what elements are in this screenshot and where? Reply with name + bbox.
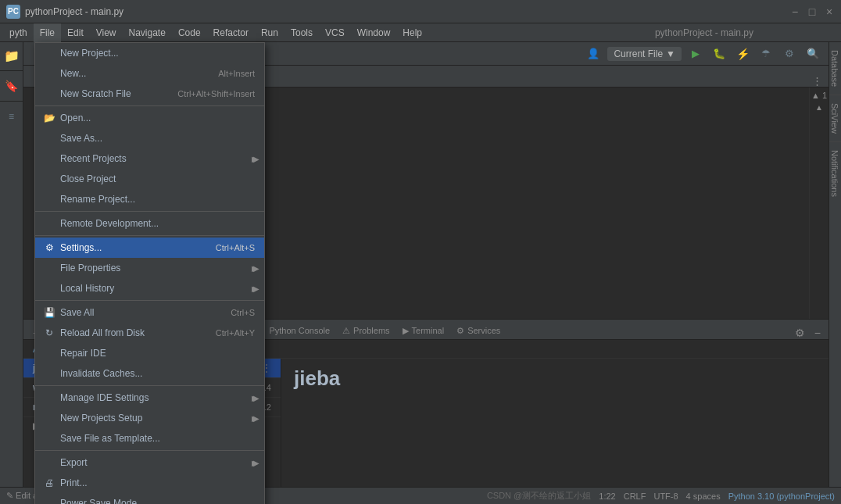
python-version[interactable]: Python 3.10 (pythonProject) bbox=[728, 491, 835, 501]
scratch-shortcut: Ctrl+Alt+Shift+Insert bbox=[177, 89, 255, 98]
menu-help[interactable]: Help bbox=[396, 23, 428, 42]
invalidate-label: Invalidate Caches... bbox=[60, 368, 255, 379]
menu-entry-new-projects-setup[interactable]: New Projects Setup ▶ bbox=[35, 408, 264, 428]
divider-6 bbox=[35, 450, 264, 451]
menu-entry-remote-dev[interactable]: Remote Development... bbox=[35, 213, 264, 234]
save-all-label: Save All bbox=[60, 307, 231, 318]
scroll-up-icon[interactable]: ▲ bbox=[815, 103, 823, 112]
terminal-icon: ▶ bbox=[403, 326, 409, 336]
menu-entry-invalidate[interactable]: Invalidate Caches... bbox=[35, 363, 264, 384]
tab-services[interactable]: ⚙ Services bbox=[450, 322, 506, 339]
settings-shortcut: Ctrl+Alt+S bbox=[216, 243, 255, 252]
menu-entry-new-project[interactable]: New Project... bbox=[35, 43, 264, 63]
python-console-label: Python Console bbox=[269, 326, 330, 335]
terminal-label: Terminal bbox=[412, 326, 445, 335]
status-right: CSDN @测不绘的返工小姐 1:22 CRLF UTF-8 4 spaces … bbox=[487, 490, 835, 502]
menu-entry-power-save[interactable]: Power Save Mode bbox=[35, 493, 264, 504]
window-title: pythonProject - main.py bbox=[25, 6, 123, 17]
current-file-label: Current File bbox=[614, 48, 663, 59]
manage-ide-label: Manage IDE Settings bbox=[60, 392, 249, 403]
menu-entry-open[interactable]: 📂 Open... bbox=[35, 108, 264, 128]
menu-refactor[interactable]: Refactor bbox=[207, 23, 255, 42]
tab-problems[interactable]: ⚠ Problems bbox=[336, 322, 395, 339]
save-template-label: Save File as Template... bbox=[60, 433, 255, 444]
save-all-icon: 💾 bbox=[41, 307, 57, 318]
file-menu-dropdown: New Project... New... Alt+Insert New Scr… bbox=[34, 42, 265, 504]
menu-pyth[interactable]: pyth bbox=[3, 23, 34, 42]
menu-entry-reload[interactable]: ↻ Reload All from Disk Ctrl+Alt+Y bbox=[35, 323, 264, 343]
new-scratch-label: New Scratch File bbox=[60, 88, 177, 99]
maximize-button[interactable]: □ bbox=[807, 6, 818, 17]
settings-icon: ⚙ bbox=[41, 242, 57, 253]
recent-projects-label: Recent Projects bbox=[60, 153, 249, 164]
reload-shortcut: Ctrl+Alt+Y bbox=[216, 328, 255, 338]
menu-entry-close-project[interactable]: Close Project bbox=[35, 169, 264, 189]
save-all-shortcut: Ctrl+S bbox=[231, 308, 255, 317]
close-button[interactable]: × bbox=[824, 6, 835, 17]
bottom-settings-icon[interactable]: ⚙ bbox=[790, 327, 810, 339]
right-sidebar: Database SciView Notifications bbox=[828, 42, 841, 487]
structure-icon[interactable]: ≡ bbox=[2, 106, 22, 127]
menu-entry-manage-ide[interactable]: Manage IDE Settings ▶ bbox=[35, 388, 264, 408]
right-label-sciview[interactable]: SciView bbox=[829, 95, 841, 142]
menu-window[interactable]: Window bbox=[351, 23, 397, 42]
selected-package-name: jieba bbox=[294, 366, 816, 391]
menu-run[interactable]: Run bbox=[255, 23, 285, 42]
settings-label: Settings... bbox=[60, 242, 216, 253]
menu-entry-settings[interactable]: ⚙ Settings... Ctrl+Alt+S bbox=[35, 238, 264, 258]
right-label-database[interactable]: Database bbox=[829, 42, 841, 95]
tab-terminal[interactable]: ▶ Terminal bbox=[396, 322, 451, 339]
settings-toolbar-icon[interactable]: ⚙ bbox=[780, 45, 799, 63]
menu-entry-new[interactable]: New... Alt+Insert bbox=[35, 63, 264, 84]
app-icon: PC bbox=[6, 5, 20, 19]
menu-entry-file-properties[interactable]: File Properties ▶ bbox=[35, 258, 264, 278]
remote-dev-label: Remote Development... bbox=[60, 218, 255, 229]
editor-menu-icon[interactable]: ⋮ bbox=[806, 75, 828, 87]
avatar-icon[interactable]: 👤 bbox=[584, 45, 603, 63]
debug-button[interactable]: 🐛 bbox=[710, 45, 728, 63]
services-label: Services bbox=[467, 326, 500, 335]
menu-entry-recent-projects[interactable]: Recent Projects ▶ bbox=[35, 148, 264, 169]
bottom-minimize-icon[interactable]: − bbox=[810, 327, 825, 339]
menu-file[interactable]: File bbox=[34, 23, 61, 42]
bookmarks-icon[interactable]: 🔖 bbox=[2, 76, 22, 96]
menu-entry-repair-ide[interactable]: Repair IDE bbox=[35, 343, 264, 363]
indent-size[interactable]: 4 spaces bbox=[686, 491, 721, 501]
file-encoding[interactable]: UTF-8 bbox=[653, 491, 678, 501]
menu-navigate[interactable]: Navigate bbox=[123, 23, 172, 42]
cursor-position[interactable]: 1:22 bbox=[599, 491, 615, 501]
file-properties-label: File Properties bbox=[60, 263, 249, 273]
line-ending[interactable]: CRLF bbox=[624, 491, 646, 501]
problems-label: Problems bbox=[353, 326, 389, 335]
menu-entry-save-template[interactable]: Save File as Template... bbox=[35, 428, 264, 449]
coverage-button[interactable]: ☂ bbox=[757, 45, 775, 63]
power-save-label: Power Save Mode bbox=[60, 498, 255, 504]
divider-2 bbox=[35, 211, 264, 212]
reload-icon: ↻ bbox=[41, 327, 57, 338]
menu-view[interactable]: View bbox=[90, 23, 123, 42]
open-icon: 📂 bbox=[41, 113, 57, 123]
run-button[interactable]: ▶ bbox=[686, 45, 705, 63]
new-shortcut: Alt+Insert bbox=[218, 69, 255, 78]
menu-vcs[interactable]: VCS bbox=[319, 23, 351, 42]
current-file-selector[interactable]: Current File ▼ bbox=[607, 47, 682, 61]
menu-bar: pyth File Edit View Navigate Code Refact… bbox=[0, 23, 841, 42]
menu-entry-print[interactable]: 🖨 Print... bbox=[35, 473, 264, 493]
profile-button[interactable]: ⚡ bbox=[733, 45, 752, 63]
menu-entry-rename-project[interactable]: Rename Project... bbox=[35, 189, 264, 209]
search-toolbar-icon[interactable]: 🔍 bbox=[803, 45, 822, 63]
project-icon[interactable]: 📁 bbox=[2, 45, 22, 66]
right-label-notifications[interactable]: Notifications bbox=[829, 142, 841, 205]
menu-entry-local-history[interactable]: Local History ▶ bbox=[35, 278, 264, 298]
menu-code[interactable]: Code bbox=[172, 23, 207, 42]
divider-1 bbox=[35, 105, 264, 106]
menu-entry-save-all[interactable]: 💾 Save All Ctrl+S bbox=[35, 302, 264, 323]
new-label: New... bbox=[60, 68, 218, 79]
menu-entry-new-scratch[interactable]: New Scratch File Ctrl+Alt+Shift+Insert bbox=[35, 84, 264, 104]
menu-tools[interactable]: Tools bbox=[285, 23, 319, 42]
menu-entry-save-as[interactable]: Save As... bbox=[35, 128, 264, 148]
menu-edit[interactable]: Edit bbox=[61, 23, 90, 42]
title-bar: PC pythonProject - main.py − □ × bbox=[0, 0, 841, 23]
menu-entry-export[interactable]: Export ▶ bbox=[35, 452, 264, 473]
minimize-button[interactable]: − bbox=[789, 6, 800, 17]
